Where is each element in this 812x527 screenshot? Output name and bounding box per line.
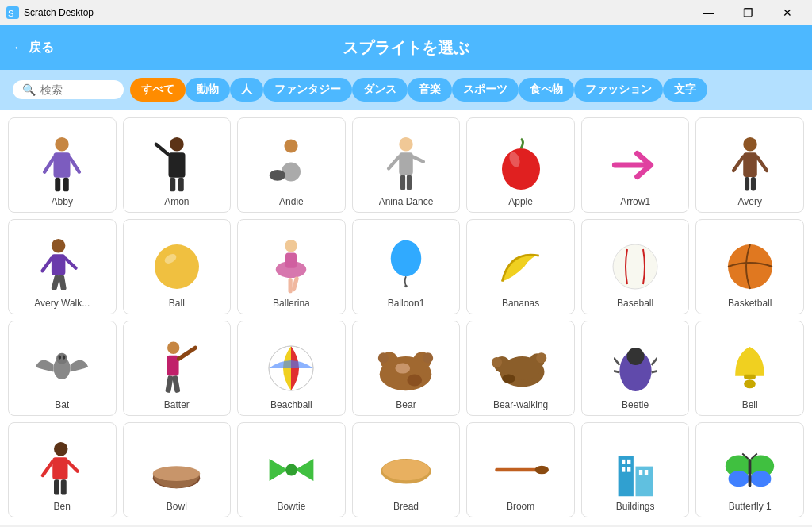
filter-btn-all[interactable]: すべて bbox=[130, 78, 186, 102]
svg-point-46 bbox=[404, 285, 408, 288]
svg-rect-87 bbox=[52, 457, 67, 479]
sprite-image bbox=[145, 137, 209, 193]
sprite-image bbox=[718, 442, 782, 498]
back-button[interactable]: ← 戻る bbox=[13, 40, 54, 56]
sprite-image bbox=[30, 239, 94, 294]
filter-btn-fantasy[interactable]: ファンタジー bbox=[263, 78, 352, 102]
sprite-label: Bat bbox=[55, 399, 69, 410]
sprite-label: Amon bbox=[164, 196, 189, 207]
svg-point-53 bbox=[167, 342, 179, 354]
sprite-label: Ben bbox=[54, 501, 71, 512]
sprite-card[interactable]: Amon bbox=[123, 117, 232, 213]
sprite-card[interactable]: Bowl bbox=[123, 422, 232, 517]
maximize-button[interactable]: ❐ bbox=[730, 0, 766, 25]
sprite-card[interactable]: Beachball bbox=[237, 321, 346, 416]
sprite-image bbox=[259, 442, 323, 498]
search-input[interactable] bbox=[40, 83, 112, 96]
sprite-card[interactable]: Andie bbox=[237, 117, 346, 213]
sprite-image bbox=[718, 340, 782, 396]
sprite-card[interactable]: Bear bbox=[352, 321, 461, 416]
sprite-card[interactable]: Bowtie bbox=[237, 422, 346, 517]
svg-point-111 bbox=[729, 471, 749, 487]
filter-btn-music[interactable]: 音楽 bbox=[408, 78, 452, 102]
filter-buttons: すべて動物人ファンタジーダンス音楽スポーツ食べ物ファッション文字 bbox=[130, 78, 707, 102]
sprite-card[interactable]: Broom bbox=[466, 422, 575, 517]
sprite-image bbox=[145, 239, 209, 294]
sprite-card[interactable]: Bananas bbox=[466, 219, 575, 314]
svg-line-55 bbox=[178, 348, 195, 359]
sprite-card[interactable]: Balloon1 bbox=[352, 219, 461, 314]
svg-line-28 bbox=[733, 157, 743, 171]
sprite-card[interactable]: Bat bbox=[8, 321, 117, 416]
svg-rect-84 bbox=[744, 374, 756, 379]
svg-rect-37 bbox=[59, 275, 67, 290]
sprite-card[interactable]: Avery Walk... bbox=[8, 219, 117, 314]
sprite-card[interactable]: Ben bbox=[8, 422, 117, 517]
sprite-card[interactable]: Anina Dance bbox=[352, 117, 461, 213]
sprite-label: Arrow1 bbox=[620, 196, 650, 207]
sprite-card[interactable]: Bear-walking bbox=[466, 321, 575, 416]
svg-line-88 bbox=[43, 462, 52, 476]
filter-btn-dance[interactable]: ダンス bbox=[352, 78, 408, 102]
filter-btn-animal[interactable]: 動物 bbox=[186, 78, 230, 102]
sprite-card[interactable]: Basketball bbox=[695, 219, 804, 314]
svg-point-50 bbox=[56, 353, 67, 364]
svg-line-78 bbox=[614, 371, 619, 372]
svg-point-86 bbox=[54, 442, 68, 456]
sprite-label: Anina Dance bbox=[379, 196, 434, 207]
svg-rect-56 bbox=[165, 375, 173, 393]
sprite-card[interactable]: Abby bbox=[8, 117, 117, 213]
svg-line-20 bbox=[413, 157, 423, 162]
filter-btn-food[interactable]: 食べ物 bbox=[519, 78, 574, 102]
sprite-card[interactable]: Batter bbox=[123, 321, 232, 416]
svg-rect-91 bbox=[61, 479, 67, 494]
svg-point-14 bbox=[282, 163, 301, 182]
sprite-label: Beachball bbox=[270, 399, 312, 410]
svg-point-112 bbox=[751, 471, 772, 487]
sprite-image bbox=[374, 442, 438, 498]
sprite-image bbox=[489, 442, 553, 498]
svg-rect-7 bbox=[63, 178, 69, 192]
sprite-grid: AbbyAmonAndieAnina DanceAppleArrow1Avery… bbox=[0, 110, 812, 525]
svg-point-65 bbox=[378, 352, 389, 363]
filter-btn-letters[interactable]: 文字 bbox=[663, 78, 707, 102]
filter-btn-fashion[interactable]: ファッション bbox=[574, 78, 663, 102]
sprite-image bbox=[718, 137, 782, 193]
sprite-label: Butterfly 1 bbox=[729, 501, 772, 512]
svg-line-29 bbox=[756, 157, 766, 171]
sprite-image bbox=[30, 340, 94, 396]
svg-point-2 bbox=[56, 137, 70, 152]
svg-rect-22 bbox=[407, 175, 412, 190]
svg-rect-101 bbox=[618, 456, 633, 497]
sprite-card[interactable]: Butterfly 1 bbox=[695, 422, 804, 517]
header: ← 戻る スプライトを選ぶ bbox=[0, 25, 812, 70]
svg-rect-9 bbox=[168, 152, 185, 178]
sprite-card[interactable]: Buildings bbox=[581, 422, 690, 517]
svg-rect-90 bbox=[54, 479, 59, 494]
sprite-card[interactable]: Avery bbox=[695, 117, 804, 213]
sprite-image bbox=[145, 442, 209, 498]
svg-rect-21 bbox=[400, 175, 405, 190]
svg-rect-12 bbox=[178, 178, 184, 192]
svg-point-26 bbox=[743, 137, 757, 152]
sprite-card[interactable]: Bell bbox=[695, 321, 804, 416]
close-button[interactable]: ✕ bbox=[769, 0, 806, 25]
sprite-card[interactable]: Beetle bbox=[581, 321, 690, 416]
sprite-card[interactable]: Bread bbox=[352, 422, 461, 517]
sprite-card[interactable]: Baseball bbox=[581, 219, 690, 314]
sprite-label: Ballerina bbox=[273, 298, 310, 309]
sprite-image bbox=[30, 442, 94, 498]
filter-btn-person[interactable]: 人 bbox=[230, 78, 263, 102]
svg-point-67 bbox=[396, 363, 411, 373]
svg-rect-105 bbox=[622, 467, 625, 472]
sprite-card[interactable]: Ballerina bbox=[237, 219, 346, 314]
sprite-card[interactable]: Arrow1 bbox=[581, 117, 690, 213]
filter-btn-sports[interactable]: スポーツ bbox=[452, 78, 519, 102]
minimize-button[interactable]: — bbox=[690, 0, 726, 25]
sprite-card[interactable]: Apple bbox=[466, 117, 575, 213]
sprite-label: Avery bbox=[737, 196, 761, 207]
svg-point-23 bbox=[502, 148, 540, 190]
svg-point-51 bbox=[59, 355, 62, 359]
svg-point-42 bbox=[276, 261, 307, 278]
sprite-card[interactable]: Ball bbox=[123, 219, 232, 314]
